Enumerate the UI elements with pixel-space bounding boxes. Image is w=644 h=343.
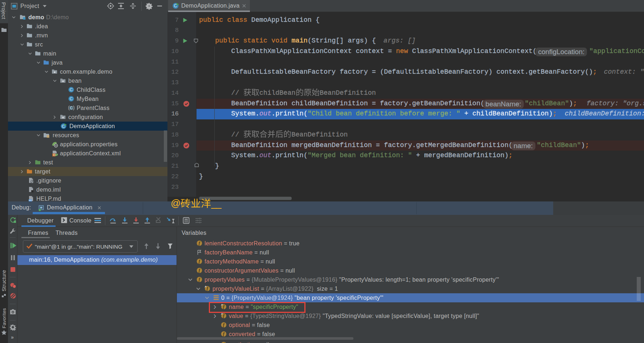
svg-text:f: f xyxy=(199,268,201,273)
svg-text:f: f xyxy=(199,277,201,282)
svg-text:f: f xyxy=(199,259,201,264)
svg-text:f: f xyxy=(199,241,201,246)
svg-text:f: f xyxy=(223,313,225,318)
svg-text:f: f xyxy=(207,286,208,291)
svg-text:f: f xyxy=(223,331,225,336)
svg-text:C: C xyxy=(70,106,73,110)
svg-text:f: f xyxy=(223,322,225,327)
